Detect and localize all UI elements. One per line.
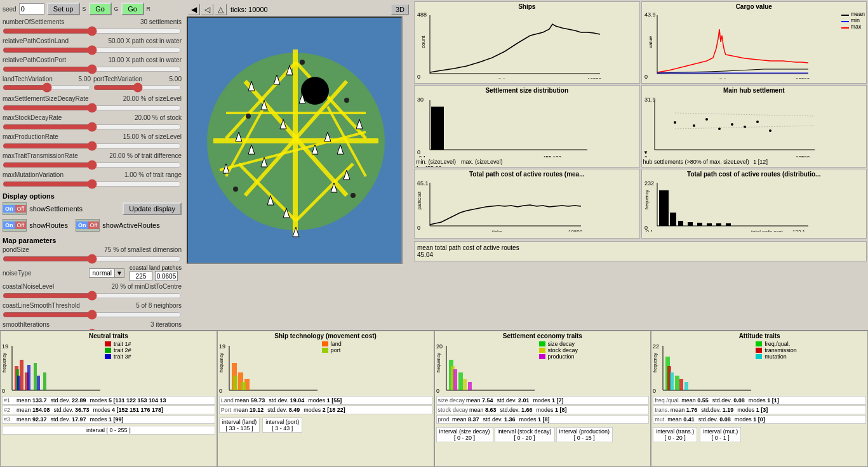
noise-type-box[interactable]: normal ▼ bbox=[89, 268, 124, 278]
svg-text:variant: variant bbox=[716, 393, 732, 395]
svg-point-36 bbox=[300, 60, 305, 65]
map-left-button[interactable]: ◁ bbox=[201, 4, 213, 15]
port-tech-label: portTechVariation bbox=[93, 76, 167, 82]
show-settlements-toggle[interactable]: On Off bbox=[3, 202, 27, 215]
svg-text:30: 30 bbox=[417, 96, 424, 103]
cargo-legend: mean min max bbox=[841, 11, 865, 30]
map-canvas bbox=[187, 16, 403, 264]
max-settlement-decay-range[interactable] bbox=[3, 103, 182, 112]
map-params-label: Map parameters bbox=[3, 237, 182, 244]
charts-middle: Settlement size distribution 30 0 -0.1 4… bbox=[414, 85, 867, 168]
path-cost-mean-chart: Total path cost of active routes (mea...… bbox=[414, 169, 640, 239]
number-of-settlements-label: numberOfSettlements bbox=[3, 18, 138, 25]
svg-rect-126 bbox=[233, 376, 237, 390]
max-stock-decay-range[interactable] bbox=[3, 122, 182, 131]
econ-stock-interval: interval (stock decay)[ 0 - 20 ] bbox=[495, 427, 555, 442]
coastline-smooth-range[interactable] bbox=[3, 310, 182, 319]
svg-text:0: 0 bbox=[219, 388, 222, 394]
land-tech-range[interactable] bbox=[3, 83, 91, 92]
go2-button[interactable]: Go bbox=[121, 3, 144, 15]
svg-text:count: count bbox=[420, 36, 426, 48]
ship-tech-box: Ship technology (movement cost) 19 0 fre… bbox=[217, 331, 434, 467]
noise-type-value: normal bbox=[90, 269, 114, 277]
number-of-settlements-value: 30 settlements bbox=[140, 18, 182, 25]
update-display-button[interactable]: Update display bbox=[123, 202, 182, 215]
cargo-value-title: Cargo value bbox=[643, 3, 865, 10]
map-header: ◀ ◁ △ ticks: 10000 3D bbox=[187, 3, 410, 16]
econ-stock-decay-stat: stock decay mean 8.63 std.dev. 1.66 mode… bbox=[436, 405, 650, 414]
relative-path-cost-inport-range[interactable] bbox=[3, 65, 182, 74]
max-trait-transmission-range[interactable] bbox=[3, 161, 182, 169]
noise-type-arrow[interactable]: ▼ bbox=[114, 269, 124, 277]
max-production-slider: maxProductionRate 15.00 % of sizeLevel bbox=[3, 133, 182, 150]
max-mutation-range[interactable] bbox=[3, 180, 182, 188]
btn-3d[interactable]: 3D bbox=[391, 4, 409, 15]
max-stock-decay-slider: maxStockDecayRate 20.00 % of stock bbox=[3, 114, 182, 131]
svg-text:pathCost: pathCost bbox=[417, 192, 422, 209]
settlement-economy-chart: 20 0 frequency -0.1 variant 1 bbox=[436, 341, 538, 395]
path-cost-dist-title: Total path cost of active routes (distri… bbox=[643, 171, 865, 178]
port-tech-range[interactable] bbox=[93, 83, 182, 92]
svg-point-35 bbox=[246, 114, 251, 119]
relative-path-cost-inland-range[interactable] bbox=[3, 46, 182, 55]
svg-text:20: 20 bbox=[436, 343, 443, 350]
mean-path-cost-box: mean total path cost of active routes 45… bbox=[414, 241, 867, 261]
noise-val-2[interactable] bbox=[155, 271, 178, 281]
show-routes-label: showRoutes bbox=[29, 221, 68, 229]
svg-rect-111 bbox=[43, 372, 46, 390]
svg-text:0: 0 bbox=[644, 155, 648, 157]
neutral-traits-title: Neutral traits bbox=[2, 332, 215, 339]
map-reset-button[interactable]: ◀ bbox=[188, 4, 200, 15]
svg-point-15 bbox=[301, 77, 329, 105]
svg-rect-97 bbox=[726, 223, 731, 226]
pond-size-value: 75 % of smallest dimension bbox=[104, 246, 182, 253]
relative-path-cost-inport-label: relativePathCostInPort bbox=[3, 56, 105, 63]
show-settlements-row: On Off showSettlements Update display bbox=[3, 202, 182, 215]
svg-line-74 bbox=[675, 113, 815, 116]
econ-prod-stat: prod. mean 8.37 std.dev. 1.36 modes 1 [8… bbox=[436, 415, 650, 424]
right-panel: Ships 488 0 count ticks 10500 bbox=[413, 0, 868, 330]
tech-variation-row: landTechVariation 5.00 portTechVariation… bbox=[3, 75, 182, 93]
relative-path-cost-inland-label: relativePathCostInLand bbox=[3, 37, 105, 44]
go1-button[interactable]: Go bbox=[89, 3, 112, 15]
coastline-smooth-label: coastLineSmoothThreshold bbox=[3, 302, 133, 309]
svg-text:19: 19 bbox=[219, 343, 225, 350]
svg-point-66 bbox=[674, 121, 676, 124]
att-freq-stat: freq./qual. mean 0.55 std.dev. 0.08 mode… bbox=[653, 396, 866, 405]
svg-text:-0.1: -0.1 bbox=[439, 393, 448, 395]
noise-val-1[interactable] bbox=[130, 271, 152, 281]
setup-button[interactable]: Set up bbox=[47, 3, 80, 15]
svg-text:170: 170 bbox=[308, 393, 317, 395]
show-active-routes-toggle[interactable]: On Off bbox=[76, 219, 100, 232]
svg-text:10500: 10500 bbox=[568, 229, 583, 232]
map-up-button[interactable]: △ bbox=[215, 4, 227, 15]
attitude-traits-chart: 22 0 frequency -0.1 variant 1 bbox=[653, 341, 754, 395]
max-settlement-decay-value: 20.00 % of sizeLevel bbox=[123, 95, 182, 102]
ships-chart: Ships 488 0 count ticks 10500 bbox=[414, 1, 640, 84]
neutral-stat-3: #3 mean 92.37 std.dev. 17.97 modes 1 [99… bbox=[2, 415, 215, 424]
path-cost-mean-title: Total path cost of active routes (mea... bbox=[416, 171, 638, 178]
bottom-section: Neutral traits 19 0 frequency bbox=[0, 330, 868, 467]
max-mutation-slider: maxMutationVariation 1.00 % of trait ran… bbox=[3, 171, 182, 188]
min-size-value: 1 bbox=[416, 165, 419, 168]
noise-type-label: noiseType bbox=[3, 270, 86, 277]
coastal-noise-range[interactable] bbox=[3, 291, 182, 300]
show-routes-toggle[interactable]: On Off bbox=[3, 219, 27, 232]
svg-text:10500: 10500 bbox=[796, 77, 810, 79]
max-mutation-value: 1.00 % of trait range bbox=[124, 171, 182, 178]
svg-text:-0.1: -0.1 bbox=[417, 155, 426, 157]
max-production-range[interactable] bbox=[3, 141, 182, 150]
coastline-smooth-value: 5 of 8 neighbors bbox=[136, 302, 182, 309]
svg-text:1.1: 1.1 bbox=[525, 393, 533, 395]
number-of-settlements-range[interactable] bbox=[3, 27, 182, 36]
pond-size-range[interactable] bbox=[3, 254, 182, 263]
att-trans-interval: interval (trans.)[ 0 - 20 ] bbox=[653, 427, 697, 442]
max-mutation-label: maxMutationVariation bbox=[3, 171, 122, 178]
ship-tech-chart: 19 0 frequency 2 variant 170 bbox=[219, 341, 321, 395]
ship-tech-title: Ship technology (movement cost) bbox=[219, 332, 432, 339]
seed-input[interactable] bbox=[19, 3, 44, 15]
full-layout: seed Set up S Go G Go R numberOfSettleme… bbox=[0, 0, 868, 467]
max-production-value: 15.00 % of sizeLevel bbox=[123, 133, 182, 140]
main-hub-chart: Main hub settlement 31.9 ▼ bbox=[641, 85, 867, 168]
path-cost-mean-svg: 65.1 0 pathCost ticks 10500 bbox=[416, 178, 638, 232]
